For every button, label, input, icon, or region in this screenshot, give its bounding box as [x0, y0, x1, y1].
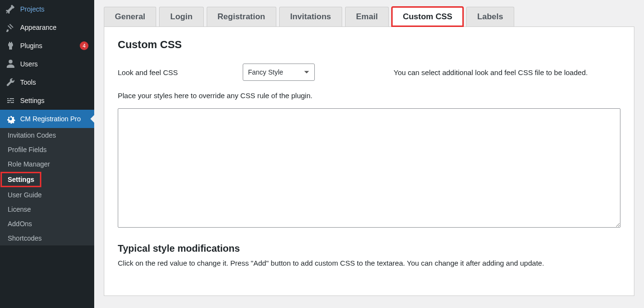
user-icon: [6, 59, 15, 69]
settings-panel: Custom CSS Look and feel CSS Fancy Style…: [104, 26, 634, 296]
sidebar-item-users[interactable]: Users: [0, 55, 94, 73]
submenu-invitation-codes[interactable]: Invitation Codes: [0, 128, 94, 142]
tab-registration[interactable]: Registration: [207, 7, 276, 26]
submenu-role-manager[interactable]: Role Manager: [0, 157, 94, 171]
section-hint: Click on the red value to change it. Pre…: [118, 259, 620, 267]
tab-custom-css[interactable]: Custom CSS: [392, 7, 463, 26]
menu-label: Settings: [20, 96, 88, 105]
main-content: General Login Registration Invitations E…: [94, 0, 644, 308]
tab-general[interactable]: General: [104, 7, 156, 26]
menu-label: Appearance: [20, 23, 88, 32]
tabs-nav: General Login Registration Invitations E…: [104, 7, 634, 26]
submenu: Invitation Codes Profile Fields Role Man…: [0, 128, 94, 245]
submenu-settings[interactable]: Settings: [1, 172, 41, 187]
tab-login[interactable]: Login: [159, 7, 203, 26]
menu-label: Tools: [20, 78, 88, 87]
submenu-profile-fields[interactable]: Profile Fields: [0, 142, 94, 157]
sidebar-item-appearance[interactable]: Appearance: [0, 18, 94, 37]
sidebar-item-projects[interactable]: Projects: [0, 0, 94, 18]
menu-label: Plugins: [20, 41, 77, 50]
plug-icon: [6, 41, 15, 51]
submenu-user-guide[interactable]: User Guide: [0, 188, 94, 202]
look-label: Look and feel CSS: [118, 68, 243, 77]
menu-label: Projects: [20, 5, 88, 13]
override-hint: Place your styles here to override any C…: [118, 91, 620, 100]
submenu-license[interactable]: License: [0, 202, 94, 217]
sidebar-item-settings[interactable]: Settings: [0, 91, 94, 110]
sliders-icon: [6, 96, 15, 105]
sidebar-item-plugins[interactable]: Plugins 4: [0, 37, 94, 55]
look-description: You can select additional look and feel …: [387, 68, 620, 77]
menu-label: Users: [20, 60, 88, 68]
tab-invitations[interactable]: Invitations: [279, 7, 342, 26]
submenu-shortcodes[interactable]: Shortcodes: [0, 231, 94, 245]
page-title: Custom CSS: [118, 38, 620, 51]
menu-label: CM Registration Pro: [20, 115, 88, 123]
look-select[interactable]: Fancy Style: [243, 64, 315, 81]
brush-icon: [6, 23, 15, 32]
sidebar-item-cm-registration-pro[interactable]: CM Registration Pro: [0, 110, 94, 128]
submenu-addons[interactable]: AddOns: [0, 217, 94, 231]
pin-icon: [6, 4, 15, 14]
update-badge: 4: [80, 41, 88, 50]
gear-icon: [6, 114, 15, 124]
tab-labels[interactable]: Labels: [466, 7, 514, 26]
sidebar-item-tools[interactable]: Tools: [0, 73, 94, 91]
admin-sidebar: Projects Appearance Plugins 4 Users Tool…: [0, 0, 94, 308]
look-and-feel-row: Look and feel CSS Fancy Style You can se…: [118, 64, 620, 81]
section-heading: Typical style modifications: [118, 243, 620, 254]
tab-email[interactable]: Email: [345, 7, 389, 26]
custom-css-textarea[interactable]: [118, 108, 620, 228]
wrench-icon: [6, 77, 15, 87]
